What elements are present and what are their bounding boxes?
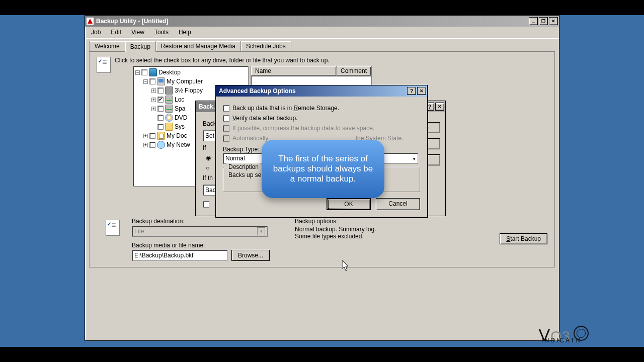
menu-edit[interactable]: Edit bbox=[109, 28, 123, 37]
tree-dvd[interactable]: DVD bbox=[175, 114, 187, 121]
tree-checkbox[interactable] bbox=[157, 115, 164, 121]
ok-button[interactable]: OK bbox=[327, 198, 371, 210]
filename-label: Backup media or file name: bbox=[132, 242, 283, 249]
systemstate-checkbox bbox=[223, 135, 229, 142]
expander-icon[interactable]: − bbox=[143, 79, 148, 84]
options-line1: Normal backup. Summary log. bbox=[295, 226, 488, 233]
remote-storage-checkbox[interactable] bbox=[223, 105, 229, 112]
filename-input[interactable]: E:\Backup\Backup.bkf bbox=[132, 250, 227, 261]
tree-local[interactable]: Loc bbox=[175, 96, 184, 103]
tutorial-callout: The first of the series of backups shoul… bbox=[262, 140, 384, 198]
tree-checkbox[interactable]: ✔ bbox=[157, 97, 164, 103]
network-icon bbox=[157, 141, 165, 149]
destination-icon bbox=[106, 220, 120, 236]
expander-icon[interactable]: + bbox=[143, 134, 148, 138]
chevron-down-icon[interactable] bbox=[413, 155, 416, 162]
tab-backup[interactable]: Backup bbox=[125, 41, 156, 52]
dest-label: Backup destination: bbox=[132, 218, 283, 225]
behind-ifth: If th bbox=[203, 174, 213, 182]
tree-mynetwork[interactable]: My Netw bbox=[167, 141, 190, 148]
close-button[interactable] bbox=[435, 103, 444, 111]
close-button[interactable] bbox=[417, 87, 426, 95]
tabstrip: Welcome Backup Restore and Manage Media … bbox=[89, 41, 555, 52]
svg-marker-0 bbox=[342, 260, 348, 270]
letterbox-top bbox=[0, 0, 644, 15]
window-title: Backup Utility - [Untitled] bbox=[96, 18, 529, 25]
menu-help[interactable]: Help bbox=[177, 28, 193, 37]
cancel-button[interactable]: Cancel bbox=[376, 198, 420, 210]
menubar: Job Edit View Tools Help bbox=[85, 27, 559, 38]
options-label: Backup options: bbox=[295, 218, 488, 225]
behind-bac-value: Bac bbox=[205, 187, 216, 194]
checklist-icon bbox=[97, 57, 111, 73]
menu-job[interactable]: Job bbox=[89, 28, 103, 37]
tree-checkbox[interactable] bbox=[149, 78, 155, 84]
expander-icon[interactable]: + bbox=[151, 88, 156, 93]
remote-storage-label: Back up data that is in Remote Storage. bbox=[232, 105, 420, 112]
tab-restore[interactable]: Restore and Manage Media bbox=[155, 41, 241, 52]
adv-title: Advanced Backup Options bbox=[219, 87, 407, 95]
close-button[interactable] bbox=[549, 17, 558, 25]
tree-checkbox[interactable] bbox=[157, 87, 164, 94]
floppy-icon bbox=[165, 86, 173, 95]
tree-checkbox[interactable] bbox=[141, 69, 147, 75]
compress-checkbox bbox=[223, 125, 229, 132]
folder-icon bbox=[165, 123, 173, 131]
tree-checkbox[interactable] bbox=[157, 106, 164, 112]
backup-type-value: Normal bbox=[225, 155, 245, 162]
behind-checkbox[interactable] bbox=[203, 201, 209, 208]
letterbox-bottom bbox=[0, 347, 644, 362]
description-label: Description bbox=[226, 163, 261, 170]
list-header: Name Comment bbox=[251, 66, 372, 75]
adv-titlebar[interactable]: Advanced Backup Options bbox=[216, 85, 427, 97]
dest-combo: File bbox=[132, 226, 268, 237]
options-line2: Some file types excluded. bbox=[295, 233, 488, 240]
tree-checkbox[interactable] bbox=[149, 142, 155, 148]
tree-desktop[interactable]: Desktop bbox=[158, 69, 181, 76]
start-backup-button[interactable]: Start Backup bbox=[500, 233, 547, 244]
bottom-area: Backup destination: File Backup media or… bbox=[99, 217, 554, 261]
col-comment[interactable]: Comment bbox=[337, 66, 371, 75]
watermark: V O3 INDICATR bbox=[539, 325, 589, 345]
tree-checkbox[interactable] bbox=[157, 124, 164, 130]
drive-icon bbox=[165, 96, 173, 104]
tab-schedule[interactable]: Schedule Jobs bbox=[240, 41, 291, 52]
menu-view[interactable]: View bbox=[129, 28, 146, 37]
filename-value: E:\Backup\Backup.bkf bbox=[134, 252, 193, 259]
verify-checkbox[interactable] bbox=[223, 115, 229, 122]
app-icon bbox=[86, 17, 94, 25]
titlebar[interactable]: Backup Utility - [Untitled] bbox=[85, 16, 559, 27]
minimize-button[interactable] bbox=[529, 17, 538, 25]
watermark-sub: INDICATR bbox=[541, 337, 582, 344]
cd-icon bbox=[165, 114, 173, 122]
browse-button[interactable]: Browse... bbox=[231, 250, 270, 261]
behind-backup-label: Back bbox=[203, 120, 216, 127]
desktop-icon bbox=[149, 68, 157, 76]
instruction-text: Click to select the check box for any dr… bbox=[115, 57, 372, 64]
maximize-button[interactable] bbox=[539, 17, 548, 25]
expander-icon[interactable]: − bbox=[135, 70, 140, 75]
tree-my-computer[interactable]: My Computer bbox=[167, 78, 203, 85]
expander-icon[interactable]: + bbox=[143, 143, 148, 147]
expander-icon[interactable]: + bbox=[151, 107, 156, 111]
col-name[interactable]: Name bbox=[251, 66, 337, 75]
verify-label: Verify data after backup. bbox=[232, 115, 420, 122]
tree-floppy[interactable]: 3½ Floppy bbox=[175, 87, 203, 94]
cursor-icon bbox=[342, 260, 350, 272]
help-button[interactable] bbox=[407, 87, 416, 95]
chevron-down-icon bbox=[257, 227, 265, 235]
compress-label: If possible, compress the backup data to… bbox=[232, 125, 420, 132]
tree-mydocs[interactable]: My Doc bbox=[167, 132, 187, 139]
behind-set-value: Set bbox=[205, 132, 214, 139]
tab-welcome[interactable]: Welcome bbox=[89, 41, 125, 52]
documents-icon bbox=[157, 132, 165, 140]
tree-checkbox[interactable] bbox=[149, 133, 155, 139]
dest-value: File bbox=[134, 228, 144, 235]
computer-icon bbox=[157, 77, 165, 85]
drive-icon bbox=[165, 105, 173, 113]
menu-tools[interactable]: Tools bbox=[152, 28, 171, 37]
tree-spare[interactable]: Spa bbox=[175, 105, 185, 112]
expander-icon[interactable]: + bbox=[151, 98, 156, 102]
tree-sys[interactable]: Sys bbox=[175, 123, 185, 130]
behind-if: If bbox=[203, 144, 206, 151]
